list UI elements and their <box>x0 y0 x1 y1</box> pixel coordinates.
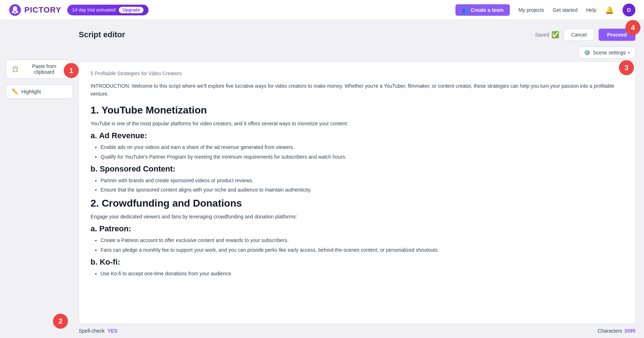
my-projects-link[interactable]: My projects <box>518 7 544 13</box>
highlight-label: Highlight <box>21 89 41 95</box>
upgrade-button[interactable]: Upgrade <box>119 7 143 13</box>
cancel-button[interactable]: Cancel <box>564 29 594 41</box>
characters-count: 3095 <box>624 328 635 334</box>
paste-from-clipboard-button[interactable]: 📋 Paste from clipboard <box>6 59 73 79</box>
create-team-button[interactable]: 👥 Create a team <box>455 4 510 16</box>
subsection-2a-heading: a. Patreon: <box>91 224 624 233</box>
saved-label: Saved <box>535 32 549 38</box>
list-item: Use Ko-fi to accept one-time donations f… <box>101 270 624 277</box>
topnav-left: PICTORY 14 day trial activated! Upgrade <box>9 4 148 16</box>
list-item: Create a Patreon account to offer exclus… <box>101 236 624 244</box>
subsection-2b-heading: b. Ko-fi: <box>91 257 624 267</box>
topnav: PICTORY 14 day trial activated! Upgrade … <box>0 0 644 20</box>
trial-text: 14 day trial activated! <box>72 7 116 13</box>
subsection-2b-bullets: Use Ko-fi to accept one-time donations f… <box>91 270 624 277</box>
sidebar: 1 📋 Paste from clipboard ✏️ Highlight 2 <box>0 20 79 338</box>
svg-point-1 <box>13 6 18 11</box>
clipboard-icon: 📋 <box>12 66 19 72</box>
topnav-right: 👥 Create a team My projects Get started … <box>455 4 635 16</box>
spell-check-label: Spell-check <box>79 328 104 334</box>
list-item: Fans can pledge a monthly fee to support… <box>101 246 624 254</box>
subsection-1b-bullets: Partner with brands and create sponsored… <box>91 177 624 194</box>
svg-point-4 <box>14 12 16 14</box>
characters-label: Characters <box>597 328 622 334</box>
paste-label: Paste from clipboard <box>21 63 67 75</box>
list-item: Qualify for YouTube's Partner Program by… <box>101 153 624 161</box>
logo-text: PICTORY <box>24 5 62 15</box>
logo-icon <box>9 4 21 16</box>
svg-point-3 <box>16 10 18 13</box>
avatar[interactable]: D <box>623 4 635 16</box>
step-1-badge: 1 <box>64 63 79 78</box>
spell-check-value[interactable]: YES <box>107 328 117 334</box>
editor-actions: Saved ✅ Cancel Proceed <box>535 29 635 41</box>
step-3-badge: 3 <box>619 60 634 75</box>
characters-area: Characters 3095 <box>597 328 635 334</box>
section-1-p: YouTube is one of the most popular platf… <box>91 120 624 127</box>
page-title: Script editor <box>79 30 125 39</box>
subsection-1b-heading: b. Sponsored Content: <box>91 164 624 174</box>
step-2-badge: 2 <box>53 314 68 329</box>
create-team-label: Create a team <box>471 7 504 13</box>
list-item: Enable ads on your videos and earn a sha… <box>101 143 624 151</box>
editor-paper[interactable]: 5 Profitable Strategies for Video Creato… <box>79 62 635 324</box>
check-circle-icon: ✅ <box>551 31 559 39</box>
saved-indicator: Saved ✅ <box>535 31 559 39</box>
editor-header: Script editor Saved ✅ Cancel Proceed <box>79 29 635 47</box>
bell-icon[interactable]: 🔔 <box>605 6 614 14</box>
status-bar: Spell-check YES Characters 3095 <box>79 324 635 338</box>
intro-text: INTRODUCTION: Welcome to this script whe… <box>91 82 624 98</box>
highlight-button[interactable]: ✏️ Highlight <box>6 84 73 99</box>
help-link[interactable]: Help <box>586 7 596 13</box>
chevron-down-icon: ▾ <box>628 50 630 55</box>
step-4-badge: 4 <box>625 20 640 35</box>
scene-settings-label: Scene settings <box>593 50 626 55</box>
spell-check-area: Spell-check YES <box>79 328 117 334</box>
highlight-icon: ✏️ <box>12 88 19 95</box>
section-2-p: Engage your dedicated viewers and fans b… <box>91 213 624 221</box>
logo: PICTORY <box>9 4 62 16</box>
content-area: 3 Script editor Saved ✅ Cancel Proceed ⚙… <box>79 20 644 338</box>
subsection-1a-bullets: Enable ads on your videos and earn a sha… <box>91 143 624 161</box>
trial-badge: 14 day trial activated! Upgrade <box>67 5 149 15</box>
list-item: Partner with brands and create sponsored… <box>101 177 624 184</box>
gear-icon: ⚙️ <box>584 49 591 56</box>
subsection-1a-heading: a. Ad Revenue: <box>91 131 624 140</box>
svg-point-2 <box>12 10 14 13</box>
main-layout: 1 📋 Paste from clipboard ✏️ Highlight 2 … <box>0 20 644 338</box>
script-title: 5 Profitable Strategies for Video Creato… <box>91 71 624 76</box>
people-icon: 👥 <box>462 7 468 13</box>
section-2-heading: 2. Crowdfunding and Donations <box>91 198 624 209</box>
section-1-heading: 1. YouTube Monetization <box>91 105 624 116</box>
scene-settings-button[interactable]: ⚙️ Scene settings ▾ <box>579 47 635 59</box>
get-started-link[interactable]: Get started <box>553 7 577 13</box>
list-item: Ensure that the sponsored content aligns… <box>101 186 624 194</box>
subsection-2a-bullets: Create a Patreon account to offer exclus… <box>91 236 624 254</box>
scene-settings-bar: ⚙️ Scene settings ▾ <box>79 47 635 59</box>
